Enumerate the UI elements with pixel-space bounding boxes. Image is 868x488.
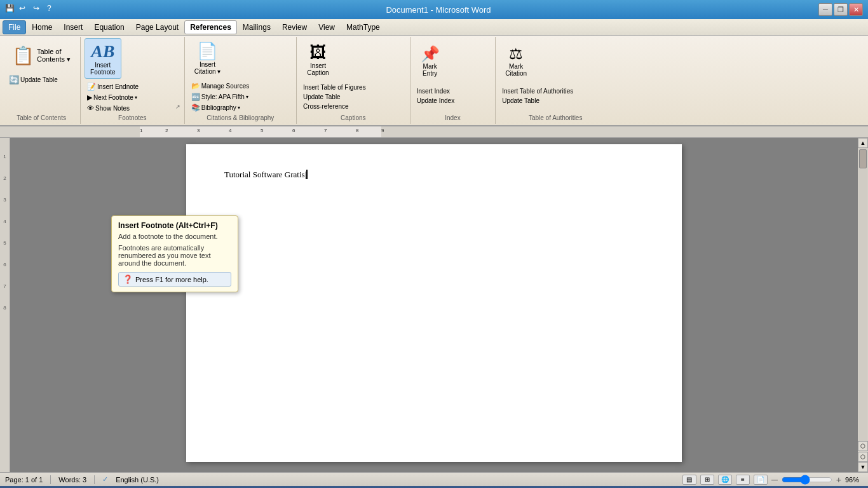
ribbon-group-footnotes: AB InsertFootnote 📝 Insert Endnote ▶ Nex… [81, 37, 185, 124]
menu-mathtype[interactable]: MathType [341, 20, 386, 34]
menu-view[interactable]: View [313, 20, 341, 34]
menu-equation[interactable]: Equation [88, 20, 130, 34]
authorities-group-label: Table of Authorities [499, 113, 611, 123]
cross-reference-btn[interactable]: Cross-reference [301, 102, 406, 111]
outline-btn[interactable]: ≡ [736, 475, 750, 485]
insert-index-btn[interactable]: Insert Index [414, 86, 492, 96]
next-fn-icon: ▶ [87, 93, 92, 102]
close-button[interactable]: ✕ [849, 3, 863, 16]
language-status: English (U.S.) [116, 476, 159, 484]
menu-insert[interactable]: Insert [58, 20, 88, 34]
manage-sources-btn[interactable]: 📂 Manage Sources [189, 81, 292, 92]
title-bar: 💾 ↩ ↪ ? Document1 - Microsoft Word ─ ❐ ✕ [0, 0, 868, 19]
menu-mailings[interactable]: Mailings [237, 20, 276, 34]
footnote-tooltip: Insert Footnote (Alt+Ctrl+F) Add a footn… [111, 215, 238, 292]
zoom-plus-btn[interactable]: + [836, 475, 841, 485]
ribbon-group-index: 📌 MarkEntry Insert Index Update Index In… [410, 37, 496, 124]
toc-group-label: Table of Contents [6, 113, 76, 123]
menu-review[interactable]: Review [276, 20, 313, 34]
restore-button[interactable]: ❐ [834, 3, 848, 16]
insert-footnote-btn[interactable]: AB InsertFootnote [85, 38, 121, 79]
insert-endnote-btn[interactable]: 📝 Insert Endnote [85, 81, 180, 92]
scroll-down-small-btn[interactable]: ⬡ [858, 441, 868, 451]
index-group-label: Index [414, 113, 492, 123]
scroll-down-btn[interactable]: ▼ [858, 462, 868, 472]
menu-home[interactable]: Home [26, 20, 58, 34]
menu-file[interactable]: File [3, 20, 26, 34]
save-quick-btn[interactable]: 💾 [5, 4, 17, 15]
scroll-page-btn[interactable]: ⬡ [858, 452, 868, 462]
page-status: Page: 1 of 1 [5, 476, 43, 484]
menu-references[interactable]: References [184, 20, 237, 34]
manage-src-icon: 📂 [191, 82, 200, 90]
minimize-button[interactable]: ─ [818, 3, 832, 16]
mark-citation-btn[interactable]: ⚖ MarkCitation [499, 38, 532, 84]
scroll-track[interactable] [858, 148, 867, 441]
ribbon-group-citations: 📄 InsertCitation ▾ 📂 Manage Sources 🔤 St… [185, 37, 297, 124]
vertical-scrollbar[interactable]: ▲ ⬡ ⬡ ▼ [858, 138, 868, 472]
mark-citation-icon: ⚖ [509, 45, 523, 63]
redo-quick-btn[interactable]: ↪ [33, 4, 44, 15]
style-icon: 🔤 [191, 93, 200, 101]
window-title: Document1 - Microsoft Word [58, 5, 818, 15]
tooltip-detail: Footnotes are automaticallyrenumbered as… [118, 244, 231, 267]
full-reading-btn[interactable]: ⊞ [700, 475, 714, 485]
words-status: Words: 3 [58, 476, 86, 484]
insert-caption-btn[interactable]: 🖼 InsertCaption [301, 38, 336, 80]
citation-icon: 📄 [197, 41, 217, 61]
vertical-ruler: 1 2 3 4 5 6 7 8 [0, 138, 10, 472]
menu-bar: File Home Insert Equation Page Layout Re… [0, 19, 868, 36]
scroll-up-btn[interactable]: ▲ [858, 138, 868, 148]
style-select-btn[interactable]: 🔤 Style: APA Fifth ▾ [189, 92, 292, 102]
ribbon-group-toc: 📋 Table of Contents ▾ 🔄 Update Table Tab… [3, 37, 81, 124]
show-notes-btn[interactable]: 👁 Show Notes [85, 103, 180, 113]
spell-check-icon: ✓ [102, 475, 108, 484]
draft-btn[interactable]: 📄 [754, 475, 768, 485]
ribbon-group-authorities: ⚖ MarkCitation Insert Table of Authoriti… [496, 37, 615, 124]
ribbon: 📋 Table of Contents ▾ 🔄 Update Table Tab… [0, 36, 868, 126]
mark-entry-icon: 📌 [421, 45, 440, 63]
document-scroll-area[interactable]: Tutorial Software Gratis| [10, 138, 858, 472]
web-layout-btn[interactable]: 🌐 [718, 475, 732, 485]
endnote-icon: 📝 [87, 83, 96, 91]
update-table-captions-btn[interactable]: Update Table [301, 92, 406, 102]
help-icon: ❓ [123, 274, 133, 284]
bib-icon: 📚 [191, 104, 200, 112]
bibliography-btn[interactable]: 📚 Bibliography ▾ [189, 102, 292, 113]
scroll-thumb[interactable] [859, 149, 867, 168]
show-notes-icon: 👁 [87, 104, 94, 112]
next-footnote-btn[interactable]: ▶ Next Footnote ▾ [85, 92, 180, 103]
mark-entry-btn[interactable]: 📌 MarkEntry [414, 38, 446, 84]
insert-citation-btn[interactable]: 📄 InsertCitation ▾ [189, 38, 227, 78]
ribbon-content: 📋 Table of Contents ▾ 🔄 Update Table Tab… [0, 36, 868, 125]
print-layout-btn[interactable]: ▤ [682, 475, 696, 485]
menu-page-layout[interactable]: Page Layout [130, 20, 184, 34]
document-page[interactable]: Tutorial Software Gratis| [186, 144, 682, 462]
zoom-level: 96% [845, 476, 863, 484]
zoom-slider[interactable] [782, 476, 832, 484]
ribbon-group-captions: 🖼 InsertCaption Insert Table of Figures … [297, 37, 410, 124]
citations-group-label: Citations & Bibliography [189, 113, 292, 123]
insert-table-figures-btn[interactable]: Insert Table of Figures [301, 83, 406, 92]
insert-table-authorities-btn[interactable]: Insert Table of Authorities [499, 86, 611, 96]
window-controls: ─ ❐ ✕ [818, 3, 863, 16]
toc-icon: 📋 [12, 45, 34, 66]
update-table-authorities-btn[interactable]: Update Table [499, 96, 611, 105]
next-fn-dropdown: ▾ [135, 95, 137, 100]
update-table-toc-btn[interactable]: 🔄 Update Table [6, 74, 76, 86]
zoom-minus-btn[interactable]: ─ [771, 475, 778, 485]
captions-group-label: Captions [301, 113, 406, 123]
quick-access: 💾 ↩ ↪ ? [5, 4, 58, 15]
table-of-contents-btn[interactable]: 📋 Table of Contents ▾ [6, 38, 76, 73]
caption-icon: 🖼 [309, 43, 326, 62]
footnotes-group-label: Footnotes [85, 113, 180, 123]
update-index-btn[interactable]: Update Index [414, 96, 492, 105]
footnotes-expand-btn[interactable]: ↗ [175, 104, 183, 111]
tooltip-help-btn[interactable]: ❓ Press F1 for more help. [118, 272, 231, 287]
horizontal-ruler: 1 2 3 4 5 6 7 8 9 [0, 126, 868, 138]
undo-quick-btn[interactable]: ↩ [19, 4, 31, 15]
footnote-icon: AB [91, 41, 114, 62]
tooltip-title: Insert Footnote (Alt+Ctrl+F) [118, 221, 231, 230]
update-icon-sm: 🔄 [9, 75, 19, 85]
help-quick-btn[interactable]: ? [47, 4, 58, 15]
